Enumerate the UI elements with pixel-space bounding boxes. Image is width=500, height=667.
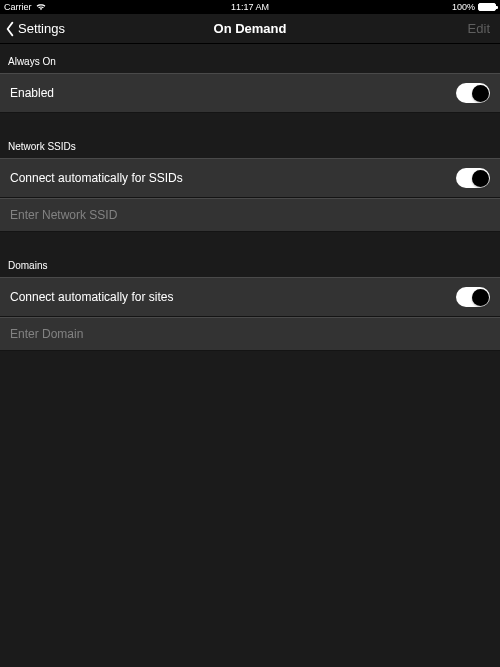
status-time: 11:17 AM: [231, 2, 269, 12]
switch-enabled[interactable]: [456, 83, 490, 103]
battery-icon: [478, 3, 496, 11]
wifi-icon: [36, 3, 46, 11]
row-enabled[interactable]: Enabled: [0, 73, 500, 113]
back-button[interactable]: Settings: [0, 21, 65, 37]
switch-ssid[interactable]: [456, 168, 490, 188]
enabled-label: Enabled: [10, 86, 54, 100]
row-ssid-toggle[interactable]: Connect automatically for SSIDs: [0, 158, 500, 198]
switch-domain[interactable]: [456, 287, 490, 307]
chevron-left-icon: [4, 21, 16, 37]
row-ssid-input[interactable]: [0, 198, 500, 232]
status-right: 100%: [452, 2, 496, 12]
section-header-ssids: Network SSIDs: [0, 129, 500, 158]
nav-bar: Settings On Demand Edit: [0, 14, 500, 44]
row-domain-toggle[interactable]: Connect automatically for sites: [0, 277, 500, 317]
battery-percent-label: 100%: [452, 2, 475, 12]
section-header-always-on: Always On: [0, 44, 500, 73]
row-domain-input[interactable]: [0, 317, 500, 351]
carrier-label: Carrier: [4, 2, 32, 12]
status-left: Carrier: [4, 2, 46, 12]
status-bar: Carrier 11:17 AM 100%: [0, 0, 500, 14]
domain-input[interactable]: [10, 327, 490, 341]
ssid-input[interactable]: [10, 208, 490, 222]
content: Always On Enabled Network SSIDs Connect …: [0, 44, 500, 351]
domain-toggle-label: Connect automatically for sites: [10, 290, 173, 304]
section-header-domains: Domains: [0, 248, 500, 277]
ssid-toggle-label: Connect automatically for SSIDs: [10, 171, 183, 185]
edit-button[interactable]: Edit: [468, 21, 490, 36]
back-label: Settings: [18, 21, 65, 36]
page-title: On Demand: [214, 21, 287, 36]
